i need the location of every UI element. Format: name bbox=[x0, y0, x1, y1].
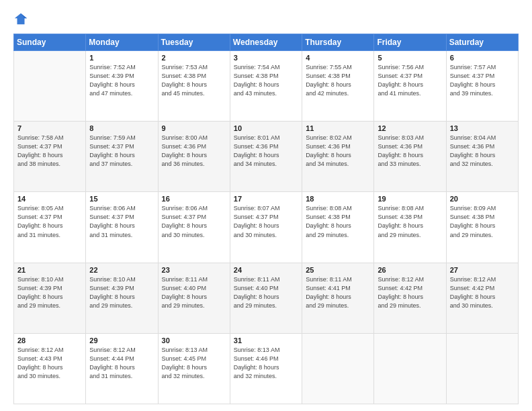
calendar-cell: 24Sunrise: 8:11 AM Sunset: 4:40 PM Dayli… bbox=[230, 263, 302, 333]
day-info: Sunrise: 8:11 AM Sunset: 4:40 PM Dayligh… bbox=[162, 275, 226, 310]
day-info: Sunrise: 7:52 AM Sunset: 4:39 PM Dayligh… bbox=[89, 63, 154, 98]
weekday-sunday: Sunday bbox=[14, 34, 86, 51]
calendar-cell: 28Sunrise: 8:12 AM Sunset: 4:43 PM Dayli… bbox=[14, 333, 86, 404]
calendar-cell: 21Sunrise: 8:10 AM Sunset: 4:39 PM Dayli… bbox=[14, 263, 86, 333]
calendar-cell: 19Sunrise: 8:08 AM Sunset: 4:38 PM Dayli… bbox=[374, 192, 446, 263]
day-number: 26 bbox=[378, 266, 442, 274]
calendar-cell: 23Sunrise: 8:11 AM Sunset: 4:40 PM Dayli… bbox=[158, 263, 230, 333]
day-info: Sunrise: 8:11 AM Sunset: 4:41 PM Dayligh… bbox=[306, 275, 370, 310]
calendar-cell: 17Sunrise: 8:07 AM Sunset: 4:37 PM Dayli… bbox=[230, 192, 302, 263]
day-info: Sunrise: 8:06 AM Sunset: 4:37 PM Dayligh… bbox=[89, 204, 154, 239]
calendar-cell: 8Sunrise: 7:59 AM Sunset: 4:37 PM Daylig… bbox=[86, 122, 158, 192]
logo-icon bbox=[13, 12, 28, 27]
weekday-tuesday: Tuesday bbox=[158, 34, 230, 51]
day-number: 10 bbox=[234, 124, 298, 132]
day-number: 15 bbox=[89, 195, 154, 203]
day-number: 27 bbox=[450, 266, 515, 274]
day-number: 30 bbox=[162, 336, 226, 345]
week-row-1: 1Sunrise: 7:52 AM Sunset: 4:39 PM Daylig… bbox=[14, 51, 519, 122]
calendar-cell: 26Sunrise: 8:12 AM Sunset: 4:42 PM Dayli… bbox=[374, 263, 446, 333]
calendar-cell: 16Sunrise: 8:06 AM Sunset: 4:37 PM Dayli… bbox=[158, 192, 230, 263]
day-number: 21 bbox=[17, 266, 82, 274]
day-number: 5 bbox=[378, 54, 442, 62]
day-number: 29 bbox=[89, 336, 154, 345]
day-number: 9 bbox=[162, 124, 226, 132]
day-number: 19 bbox=[378, 195, 442, 203]
day-number: 24 bbox=[234, 266, 298, 274]
logo bbox=[13, 12, 31, 27]
weekday-saturday: Saturday bbox=[446, 34, 518, 51]
day-number: 20 bbox=[450, 195, 515, 203]
day-info: Sunrise: 8:12 AM Sunset: 4:42 PM Dayligh… bbox=[450, 275, 515, 310]
day-info: Sunrise: 8:13 AM Sunset: 4:45 PM Dayligh… bbox=[162, 346, 226, 381]
day-info: Sunrise: 8:11 AM Sunset: 4:40 PM Dayligh… bbox=[234, 275, 298, 310]
calendar-cell: 2Sunrise: 7:53 AM Sunset: 4:38 PM Daylig… bbox=[158, 51, 230, 122]
day-info: Sunrise: 8:07 AM Sunset: 4:37 PM Dayligh… bbox=[234, 204, 298, 239]
calendar-cell: 1Sunrise: 7:52 AM Sunset: 4:39 PM Daylig… bbox=[86, 51, 158, 122]
calendar-cell: 9Sunrise: 8:00 AM Sunset: 4:36 PM Daylig… bbox=[158, 122, 230, 192]
weekday-friday: Friday bbox=[374, 34, 446, 51]
day-number: 6 bbox=[450, 54, 515, 62]
day-info: Sunrise: 7:56 AM Sunset: 4:37 PM Dayligh… bbox=[378, 63, 442, 98]
calendar-cell: 15Sunrise: 8:06 AM Sunset: 4:37 PM Dayli… bbox=[86, 192, 158, 263]
day-number: 7 bbox=[17, 124, 82, 132]
day-info: Sunrise: 7:53 AM Sunset: 4:38 PM Dayligh… bbox=[162, 63, 226, 98]
day-info: Sunrise: 8:08 AM Sunset: 4:38 PM Dayligh… bbox=[306, 204, 370, 239]
calendar-cell: 6Sunrise: 7:57 AM Sunset: 4:37 PM Daylig… bbox=[446, 51, 518, 122]
calendar-cell: 13Sunrise: 8:04 AM Sunset: 4:36 PM Dayli… bbox=[446, 122, 518, 192]
calendar-cell: 30Sunrise: 8:13 AM Sunset: 4:45 PM Dayli… bbox=[158, 333, 230, 404]
day-info: Sunrise: 7:59 AM Sunset: 4:37 PM Dayligh… bbox=[89, 134, 154, 169]
day-info: Sunrise: 8:10 AM Sunset: 4:39 PM Dayligh… bbox=[17, 275, 82, 310]
day-number: 3 bbox=[234, 54, 298, 62]
day-number: 17 bbox=[234, 195, 298, 203]
day-info: Sunrise: 8:03 AM Sunset: 4:36 PM Dayligh… bbox=[378, 134, 442, 169]
calendar-cell: 20Sunrise: 8:09 AM Sunset: 4:38 PM Dayli… bbox=[446, 192, 518, 263]
calendar-cell: 3Sunrise: 7:54 AM Sunset: 4:38 PM Daylig… bbox=[230, 51, 302, 122]
weekday-thursday: Thursday bbox=[302, 34, 374, 51]
day-info: Sunrise: 8:05 AM Sunset: 4:37 PM Dayligh… bbox=[17, 204, 82, 239]
day-info: Sunrise: 8:10 AM Sunset: 4:39 PM Dayligh… bbox=[89, 275, 154, 310]
day-number: 13 bbox=[450, 124, 515, 132]
day-info: Sunrise: 8:12 AM Sunset: 4:42 PM Dayligh… bbox=[378, 275, 442, 310]
calendar-cell: 11Sunrise: 8:02 AM Sunset: 4:36 PM Dayli… bbox=[302, 122, 374, 192]
day-number: 14 bbox=[17, 195, 82, 203]
day-number: 18 bbox=[306, 195, 370, 203]
weekday-header-row: SundayMondayTuesdayWednesdayThursdayFrid… bbox=[14, 34, 519, 51]
day-info: Sunrise: 8:02 AM Sunset: 4:36 PM Dayligh… bbox=[306, 134, 370, 169]
calendar-cell: 22Sunrise: 8:10 AM Sunset: 4:39 PM Dayli… bbox=[86, 263, 158, 333]
day-info: Sunrise: 8:00 AM Sunset: 4:36 PM Dayligh… bbox=[162, 134, 226, 169]
day-info: Sunrise: 7:55 AM Sunset: 4:38 PM Dayligh… bbox=[306, 63, 370, 98]
day-number: 23 bbox=[162, 266, 226, 274]
calendar-cell: 12Sunrise: 8:03 AM Sunset: 4:36 PM Dayli… bbox=[374, 122, 446, 192]
day-number: 28 bbox=[17, 336, 82, 345]
week-row-2: 7Sunrise: 7:58 AM Sunset: 4:37 PM Daylig… bbox=[14, 122, 519, 192]
calendar-cell: 7Sunrise: 7:58 AM Sunset: 4:37 PM Daylig… bbox=[14, 122, 86, 192]
day-info: Sunrise: 8:06 AM Sunset: 4:37 PM Dayligh… bbox=[162, 204, 226, 239]
day-number: 8 bbox=[89, 124, 154, 132]
calendar-cell bbox=[374, 333, 446, 404]
day-number: 4 bbox=[306, 54, 370, 62]
calendar-cell: 18Sunrise: 8:08 AM Sunset: 4:38 PM Dayli… bbox=[302, 192, 374, 263]
week-row-3: 14Sunrise: 8:05 AM Sunset: 4:37 PM Dayli… bbox=[14, 192, 519, 263]
header bbox=[13, 12, 519, 27]
day-number: 12 bbox=[378, 124, 442, 132]
day-info: Sunrise: 8:04 AM Sunset: 4:36 PM Dayligh… bbox=[450, 134, 515, 169]
day-number: 1 bbox=[89, 54, 154, 62]
calendar-cell bbox=[302, 333, 374, 404]
weekday-monday: Monday bbox=[86, 34, 158, 51]
week-row-4: 21Sunrise: 8:10 AM Sunset: 4:39 PM Dayli… bbox=[14, 263, 519, 333]
calendar-table: SundayMondayTuesdayWednesdayThursdayFrid… bbox=[13, 34, 519, 404]
day-info: Sunrise: 8:08 AM Sunset: 4:38 PM Dayligh… bbox=[378, 204, 442, 239]
calendar-cell: 14Sunrise: 8:05 AM Sunset: 4:37 PM Dayli… bbox=[14, 192, 86, 263]
day-info: Sunrise: 8:12 AM Sunset: 4:43 PM Dayligh… bbox=[17, 346, 82, 381]
svg-marker-0 bbox=[15, 13, 27, 25]
day-info: Sunrise: 8:13 AM Sunset: 4:46 PM Dayligh… bbox=[234, 346, 298, 381]
day-number: 31 bbox=[234, 336, 298, 345]
calendar-cell: 25Sunrise: 8:11 AM Sunset: 4:41 PM Dayli… bbox=[302, 263, 374, 333]
day-number: 25 bbox=[306, 266, 370, 274]
day-number: 16 bbox=[162, 195, 226, 203]
day-number: 22 bbox=[89, 266, 154, 274]
day-info: Sunrise: 7:54 AM Sunset: 4:38 PM Dayligh… bbox=[234, 63, 298, 98]
calendar-cell: 10Sunrise: 8:01 AM Sunset: 4:36 PM Dayli… bbox=[230, 122, 302, 192]
calendar-cell: 4Sunrise: 7:55 AM Sunset: 4:38 PM Daylig… bbox=[302, 51, 374, 122]
